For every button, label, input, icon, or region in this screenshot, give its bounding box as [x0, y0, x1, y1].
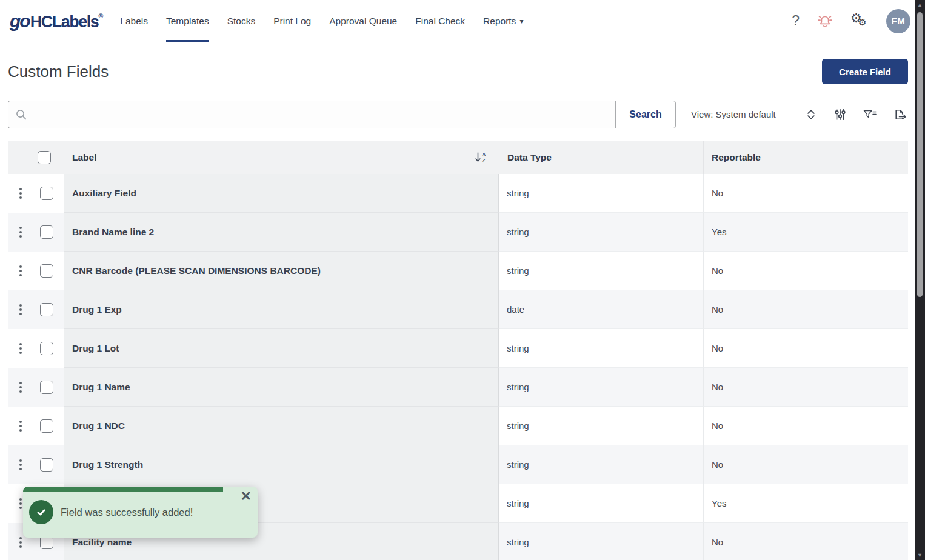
cell-data-type: string — [499, 213, 703, 252]
column-header-data-type[interactable]: Data Type — [499, 141, 703, 174]
row-menu-icon[interactable] — [17, 185, 24, 201]
close-icon[interactable]: ✕ — [241, 488, 252, 504]
cell-data-type: string — [499, 174, 703, 213]
create-field-button[interactable]: Create Field — [822, 59, 908, 84]
nav-item-templates[interactable]: Templates — [166, 0, 209, 42]
row-menu-icon[interactable] — [17, 341, 24, 356]
notifications-bell-icon[interactable] — [816, 13, 834, 30]
cell-label: Drug 1 Lot — [64, 329, 499, 368]
cell-reportable: No — [703, 523, 908, 560]
collapse-expand-icon[interactable] — [804, 108, 818, 121]
gear-icon-small: ⚙ — [858, 17, 866, 28]
top-nav: goHCLabels® LabelsTemplatesStocksPrint L… — [0, 0, 925, 42]
nav-item-final-check[interactable]: Final Check — [415, 0, 465, 42]
column-header-reportable[interactable]: Reportable — [703, 141, 908, 174]
nav-item-label: Approval Queue — [329, 16, 397, 27]
svg-text:Z: Z — [482, 158, 486, 164]
table-row: Drug 1 Lot string No — [8, 329, 908, 368]
table-row: Drug 1 Strength string No — [8, 445, 908, 484]
row-gutter — [8, 329, 64, 368]
table-header-row: Label A Z Data Type Reportable — [8, 141, 908, 174]
nav-item-label: Reports — [483, 16, 516, 27]
svg-text:A: A — [482, 152, 486, 158]
nav-item-approval-queue[interactable]: Approval Queue — [329, 0, 397, 42]
column-header-reportable-text: Reportable — [712, 152, 761, 163]
cell-reportable: No — [703, 252, 908, 290]
nav-item-label: Stocks — [227, 16, 256, 27]
cell-label: CNR Barcode (PLEASE SCAN DIMENSIONS BARC… — [64, 252, 499, 290]
table-row: CNR Barcode (PLEASE SCAN DIMENSIONS BARC… — [8, 252, 908, 290]
nav-item-labels[interactable]: Labels — [120, 0, 148, 42]
logo-prefix: go — [10, 11, 30, 31]
row-gutter — [8, 290, 64, 329]
success-check-icon — [29, 500, 53, 524]
nav-item-print-log[interactable]: Print Log — [273, 0, 311, 42]
row-checkbox[interactable] — [40, 536, 53, 549]
cell-data-type: string — [499, 484, 703, 523]
cell-data-type: string — [499, 252, 703, 290]
app-logo[interactable]: goHCLabels® — [10, 11, 103, 32]
select-all-checkbox[interactable] — [38, 151, 51, 164]
cell-reportable: No — [703, 368, 908, 407]
nav-item-reports[interactable]: Reports▾ — [483, 0, 523, 42]
toast-message: Field was successfully added! — [61, 487, 193, 538]
search-row: Search View: System default — [8, 101, 908, 128]
row-menu-icon[interactable] — [17, 379, 24, 395]
row-gutter — [8, 252, 64, 290]
success-toast: Field was successfully added! ✕ — [23, 487, 258, 538]
row-checkbox[interactable] — [40, 342, 53, 355]
help-icon[interactable]: ? — [792, 13, 800, 29]
cell-label: Drug 1 Strength — [64, 445, 499, 484]
sort-az-icon[interactable]: A Z — [474, 150, 488, 164]
avatar[interactable]: FM — [886, 9, 910, 33]
sliders-settings-icon[interactable] — [833, 108, 847, 121]
view-selector[interactable]: View: System default — [691, 101, 776, 128]
scroll-up-icon[interactable]: ▲ — [915, 2, 925, 8]
export-icon[interactable] — [893, 108, 907, 121]
row-checkbox[interactable] — [40, 225, 53, 239]
row-checkbox[interactable] — [40, 419, 53, 433]
row-checkbox[interactable] — [40, 264, 53, 278]
settings-gears-icon[interactable]: ⚙ ⚙ — [850, 12, 870, 31]
nav-item-stocks[interactable]: Stocks — [227, 0, 256, 42]
row-menu-icon[interactable] — [17, 302, 24, 318]
page-title: Custom Fields — [8, 59, 109, 84]
table-row: Drug 1 NDC string No — [8, 407, 908, 445]
cell-label: Drug 1 Exp — [64, 290, 499, 329]
registered-mark: ® — [98, 12, 103, 19]
cell-label: Drug 1 Name — [64, 368, 499, 407]
cell-data-type: date — [499, 290, 703, 329]
search-button[interactable]: Search — [615, 101, 676, 128]
filter-icon[interactable] — [863, 108, 877, 121]
row-gutter — [8, 407, 64, 445]
row-menu-icon[interactable] — [17, 457, 24, 473]
column-header-data-type-text: Data Type — [507, 152, 552, 163]
scroll-down-icon[interactable]: ▼ — [915, 552, 925, 558]
column-header-label-text: Label — [72, 152, 96, 163]
cell-data-type: string — [499, 523, 703, 560]
row-menu-icon[interactable] — [17, 263, 24, 279]
cell-data-type: string — [499, 407, 703, 445]
row-checkbox[interactable] — [40, 381, 53, 394]
cell-reportable: Yes — [703, 213, 908, 252]
app-window: goHCLabels® LabelsTemplatesStocksPrint L… — [0, 0, 925, 560]
row-checkbox[interactable] — [40, 303, 53, 316]
cell-reportable: Yes — [703, 484, 908, 523]
row-gutter — [8, 213, 64, 252]
scrollbar-thumb[interactable] — [917, 12, 923, 297]
table-row: Brand Name line 2 string Yes — [8, 213, 908, 252]
row-menu-icon[interactable] — [17, 224, 24, 240]
row-menu-icon[interactable] — [17, 535, 24, 550]
vertical-scrollbar[interactable]: ▲ ▼ — [915, 0, 925, 560]
cell-reportable: No — [703, 445, 908, 484]
row-checkbox[interactable] — [40, 458, 53, 472]
header-gutter — [8, 141, 64, 174]
row-menu-icon[interactable] — [17, 418, 24, 434]
cell-label: Drug 1 NDC — [64, 407, 499, 445]
row-checkbox[interactable] — [40, 187, 53, 200]
nav-item-label: Templates — [166, 16, 209, 27]
column-header-label[interactable]: Label A Z — [64, 141, 499, 174]
row-gutter — [8, 174, 64, 213]
nav-item-label: Labels — [120, 16, 148, 27]
search-input[interactable] — [8, 101, 615, 128]
